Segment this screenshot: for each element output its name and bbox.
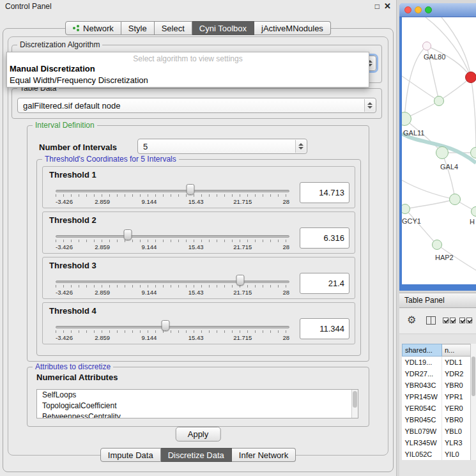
dropdown-item[interactable]: Equal Width/Frequency Discretization	[7, 75, 369, 86]
group-title-thresholds: Threshold's Coordinates for 5 Intervals	[42, 155, 179, 164]
slider-thumb[interactable]	[187, 184, 195, 195]
tab-jactivemnodules[interactable]: jActiveMNodules	[254, 21, 331, 35]
table-body: YDL19...YDL1YDR27...YDR2YBR043CYBR0YPR14…	[403, 357, 476, 460]
table-row[interactable]: YBL079WYBL0	[403, 426, 476, 437]
tab-label: Infer Network	[239, 450, 288, 460]
tab-impute-data[interactable]: Impute Data	[100, 448, 161, 462]
tab-label: Discretize Data	[168, 450, 224, 460]
tab-style[interactable]: Style	[121, 21, 155, 35]
network-node[interactable]	[465, 72, 476, 83]
network-node[interactable]	[436, 146, 449, 159]
scale-tick-label: -3.426	[56, 334, 73, 341]
tab-cyni-toolbox[interactable]: Cyni Toolbox	[192, 21, 254, 35]
tab-infer-network[interactable]: Infer Network	[232, 448, 296, 462]
dropdown-list: Manual DiscretizationEqual Width/Frequen…	[7, 63, 369, 86]
network-node-label: GCY1	[402, 217, 421, 225]
table-cell[interactable]: YDL19...	[403, 357, 442, 368]
zoom-traffic-light-icon[interactable]	[425, 6, 432, 13]
scrollbar-thumb[interactable]	[472, 357, 475, 396]
close-traffic-light-icon[interactable]	[404, 6, 411, 13]
attributes-list[interactable]: SelfLoopsTopologicalCoefficientBetweenne…	[36, 389, 358, 418]
select-all-checkbox-icon[interactable]	[450, 318, 456, 323]
scale-tick-label: 2.859	[95, 243, 110, 250]
threshold-slider[interactable]: -3.4262.8599.14415.4321.71528	[56, 182, 289, 206]
attributes-scrollbar[interactable]	[351, 390, 358, 418]
tab-label: Select	[162, 24, 185, 33]
table-cell[interactable]: YBR045C	[403, 414, 442, 426]
threshold-value-field[interactable]: 14.713	[300, 182, 349, 203]
network-node-label: GAL4	[440, 163, 458, 171]
threshold-value-field[interactable]: 6.316	[300, 227, 349, 249]
table-cell[interactable]: YBL079W	[403, 426, 442, 437]
thresholds-container: Threshold 1-3.4262.8599.14415.4321.71528…	[42, 166, 355, 353]
table-panel-titlebar: Table Panel	[399, 293, 476, 308]
column-header-shared-name[interactable]: shared...	[403, 344, 442, 357]
network-node[interactable]	[434, 96, 444, 106]
table-scrollbar[interactable]	[470, 344, 476, 460]
num-intervals-combobox[interactable]: 5	[137, 139, 307, 154]
float-window-icon[interactable]: □	[375, 3, 380, 10]
scale-tick-label: -3.426	[56, 243, 73, 250]
threshold-panel: Threshold 1-3.4262.8599.14415.4321.71528…	[42, 166, 355, 208]
table-row[interactable]: YLR345WYLR3	[403, 437, 476, 449]
table-row[interactable]: YDR27...YDR2	[403, 368, 476, 380]
threshold-slider[interactable]: -3.4262.8599.14415.4321.71528	[56, 227, 289, 252]
slider-thumb[interactable]	[236, 275, 245, 286]
table-row[interactable]: YBR043CYBR0	[403, 380, 476, 391]
dropdown-item[interactable]: Manual Discretization	[7, 63, 369, 75]
minimize-traffic-light-icon[interactable]	[415, 6, 422, 13]
threshold-slider[interactable]: -3.4262.8599.14415.4321.71528	[56, 273, 289, 297]
select-column-checkbox-icon[interactable]	[466, 318, 472, 323]
table-row[interactable]: YBR045CYBR0	[403, 414, 476, 426]
threshold-slider[interactable]: -3.4262.8599.14415.4321.71528	[56, 318, 289, 342]
slider-thumb[interactable]	[124, 229, 132, 240]
threshold-value-field[interactable]: 11.344	[300, 318, 349, 339]
apply-button[interactable]: Apply	[176, 427, 221, 441]
network-icon	[73, 25, 80, 31]
tab-discretize-data[interactable]: Discretize Data	[161, 448, 232, 462]
network-node[interactable]	[449, 194, 461, 205]
tab-label: Cyni Toolbox	[199, 24, 247, 33]
dropdown-prompt: Select algorithm to view settings	[7, 52, 369, 63]
close-icon[interactable]: ✕	[384, 3, 391, 10]
network-view-window: GAL80GAL11GAL4GCY1HAP2H	[399, 3, 476, 291]
attribute-item[interactable]: SelfLoops	[37, 390, 358, 401]
slider-scale-labels: -3.4262.8599.14415.4321.71528	[56, 198, 289, 206]
attribute-item[interactable]: BetweennessCentrality	[37, 411, 358, 418]
network-titlebar[interactable]	[399, 3, 476, 17]
tab-network[interactable]: Network	[65, 21, 121, 35]
table-cell[interactable]: YDR27...	[403, 368, 442, 380]
table-cell[interactable]: YIL052C	[403, 449, 442, 460]
thresholds-group: Threshold's Coordinates for 5 Intervals …	[36, 159, 361, 356]
threshold-value-field[interactable]: 21.4	[300, 273, 349, 294]
attributes-group: Attributes to discretize Numerical Attri…	[27, 367, 369, 427]
attribute-item[interactable]: TopologicalCoefficient	[37, 401, 358, 411]
table-cell[interactable]: YER054C	[403, 403, 442, 414]
app-root: Control Panel □ ✕ NetworkStyleSelectCyni…	[0, 0, 476, 476]
table-header-row: shared... n...	[403, 344, 476, 357]
table-row[interactable]: YDL19...YDL1	[403, 357, 476, 368]
slider-track	[56, 326, 289, 328]
scrollbar-thumb[interactable]	[353, 391, 357, 408]
table-row[interactable]: YER054CYER0	[403, 403, 476, 414]
settings-gear-icon[interactable]: ⚙	[407, 315, 416, 325]
table-cell[interactable]: YPR145W	[403, 391, 442, 403]
table-data-combobox[interactable]: galFiltered.sif default node	[17, 98, 376, 113]
network-node[interactable]	[432, 240, 442, 250]
table-row[interactable]: YPR145WYPR1	[403, 391, 476, 403]
slider-thumb[interactable]	[162, 320, 170, 331]
scale-tick-label: 2.859	[95, 334, 110, 341]
table-cell[interactable]: YBR043C	[403, 380, 442, 391]
select-column-checkbox-icon[interactable]	[459, 318, 465, 323]
table-cell[interactable]: YLR345W	[403, 437, 442, 449]
network-node[interactable]	[422, 42, 431, 50]
table-panel-title: Table Panel	[404, 296, 445, 305]
select-all-checkbox-icon[interactable]	[443, 318, 449, 323]
column-visibility-icon[interactable]	[426, 316, 436, 325]
network-canvas[interactable]: GAL80GAL11GAL4GCY1HAP2H	[402, 17, 476, 284]
scale-tick-label: -3.426	[56, 289, 73, 296]
table-row[interactable]: YIL052CYIL0	[403, 449, 476, 460]
scale-tick-label: 28	[282, 243, 289, 250]
tab-select[interactable]: Select	[155, 21, 192, 35]
num-intervals-label: Number of Intervals	[39, 142, 117, 152]
